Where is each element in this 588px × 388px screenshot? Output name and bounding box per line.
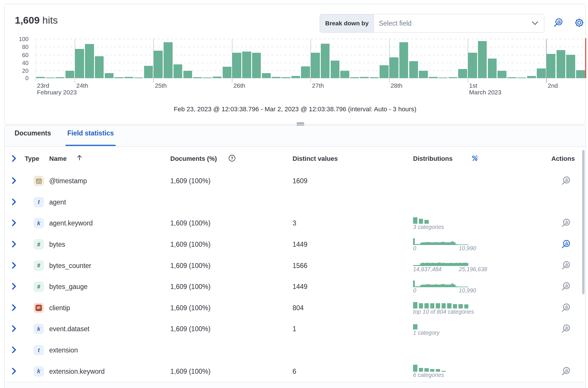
histogram-bar[interactable] [134, 77, 143, 78]
histogram-bar[interactable] [193, 77, 202, 78]
table-row-bytes_gauge[interactable]: # bytes_gauge 1,609 (100%) 1449 010,990 [5, 276, 585, 298]
expand-row-chevron-icon[interactable] [12, 219, 17, 227]
breakdown-control[interactable]: Break down by Select field [320, 14, 544, 33]
expand-row-chevron-icon[interactable] [12, 198, 17, 206]
field-statistics-icon[interactable] [553, 17, 564, 28]
histogram-bar[interactable] [507, 77, 516, 78]
expand-row-chevron-icon[interactable] [12, 262, 17, 269]
expand-row-chevron-icon[interactable] [12, 346, 17, 354]
expand-row-chevron-icon[interactable] [12, 325, 17, 333]
explore-field-statistics-icon[interactable] [561, 303, 571, 313]
expand-row-chevron-icon[interactable] [12, 304, 17, 312]
histogram-bar[interactable] [370, 77, 379, 78]
breakdown-select[interactable]: Select field [374, 14, 544, 32]
histogram-bar[interactable] [350, 77, 359, 78]
explore-field-statistics-icon[interactable] [561, 366, 571, 377]
histogram-bar[interactable] [272, 77, 281, 78]
histogram-bar[interactable] [566, 55, 575, 78]
sort-ascending-icon[interactable] [76, 154, 83, 161]
table-row-event.dataset[interactable]: k event.dataset 1,609 (100%) 1 1 categor… [5, 318, 585, 340]
histogram-bar[interactable] [203, 77, 212, 78]
histogram-bar[interactable] [449, 77, 458, 78]
histogram-bar[interactable] [173, 64, 183, 78]
histogram-bar[interactable] [517, 77, 526, 78]
column-header-distinct-values[interactable]: Distinct values [293, 155, 338, 163]
expand-row-chevron-icon[interactable] [12, 283, 17, 290]
gear-icon[interactable] [574, 17, 585, 28]
histogram-bar[interactable] [223, 67, 232, 78]
explore-field-statistics-icon[interactable] [561, 239, 571, 250]
expand-row-chevron-icon[interactable] [12, 241, 17, 248]
histogram-bar[interactable] [95, 56, 104, 78]
histogram-bar[interactable] [547, 54, 556, 78]
histogram-bar[interactable] [56, 77, 65, 78]
histogram-bar[interactable] [576, 70, 585, 78]
histogram-bar[interactable] [105, 73, 114, 78]
histogram-bar[interactable] [321, 44, 330, 78]
histogram-bar[interactable] [557, 50, 566, 78]
explore-field-statistics-icon[interactable] [561, 324, 571, 334]
histogram-bar[interactable] [46, 77, 55, 78]
histogram-bar[interactable] [124, 77, 133, 78]
table-row-clientip[interactable]: IP clientip 1,609 (100%) 804 top 10 of 8… [5, 297, 585, 319]
histogram-bar[interactable] [85, 44, 94, 78]
histogram-bar[interactable] [380, 65, 389, 78]
column-header-name[interactable]: Name [49, 155, 67, 163]
histogram-bar[interactable] [36, 77, 45, 78]
histogram-bar[interactable] [458, 69, 467, 78]
scrollbar-thumb[interactable] [582, 150, 585, 294]
histogram-bar[interactable] [213, 77, 222, 78]
histogram-bar[interactable] [360, 77, 369, 78]
tab-documents[interactable]: Documents [13, 129, 53, 146]
explore-field-statistics-icon[interactable] [561, 260, 571, 271]
column-header-documents[interactable]: Documents (%) [170, 155, 217, 163]
histogram-bar[interactable] [114, 77, 123, 78]
table-row-agent[interactable]: t agent [5, 192, 585, 213]
table-row-agent.keyword[interactable]: k agent.keyword 1,609 (100%) 3 3 categor… [5, 213, 585, 234]
histogram-bar[interactable] [409, 61, 418, 78]
histogram-bar[interactable] [65, 71, 75, 78]
tab-field-statistics[interactable]: Field statistics [65, 129, 116, 146]
histogram-bar[interactable] [429, 77, 438, 78]
histogram-bar[interactable] [301, 66, 310, 78]
histogram-bar[interactable] [527, 76, 536, 78]
table-row-extension[interactable]: t extension [5, 340, 585, 361]
histogram-bar[interactable] [183, 71, 192, 78]
histogram-bar[interactable] [537, 68, 546, 78]
histogram-bar[interactable] [399, 42, 408, 78]
hide-distributions-icon[interactable] [470, 154, 479, 163]
histogram-bar[interactable] [144, 66, 153, 78]
histogram-bar[interactable] [164, 42, 173, 78]
histogram-bar[interactable] [291, 76, 300, 78]
histogram-bar[interactable] [389, 57, 399, 78]
table-row-@timestamp[interactable]: @timestamp 1,609 (100%) 1609 [5, 170, 585, 192]
table-row-bytes_counter[interactable]: # bytes_counter 1,609 (100%) 1566 14,837… [5, 255, 585, 276]
histogram-bar[interactable] [75, 49, 84, 78]
histogram-bar[interactable] [497, 71, 506, 78]
expand-all-chevron-icon[interactable] [12, 155, 17, 163]
histogram-bar[interactable] [262, 73, 271, 78]
explore-field-statistics-icon[interactable] [561, 176, 571, 186]
explore-field-statistics-icon[interactable] [561, 218, 571, 228]
histogram-bar[interactable] [340, 71, 349, 78]
histogram-bar[interactable] [419, 71, 428, 78]
explore-field-statistics-icon[interactable] [561, 281, 571, 292]
histogram-bar[interactable] [331, 61, 340, 78]
histogram-bar[interactable] [281, 77, 291, 78]
histogram-bar[interactable] [311, 53, 320, 78]
hits-histogram[interactable]: 23rdFebruary 202324th25th26th27th28th1st… [36, 39, 586, 78]
histogram-bar[interactable] [468, 53, 477, 78]
histogram-bar[interactable] [242, 52, 251, 78]
table-row-extension.keyword[interactable]: k extension.keyword 1,609 (100%) 6 6 cat… [5, 361, 585, 382]
histogram-bar[interactable] [252, 53, 261, 78]
histogram-bar[interactable] [232, 53, 241, 78]
table-row-bytes[interactable]: # bytes 1,609 (100%) 1449 010,990 [5, 234, 585, 255]
histogram-bar[interactable] [478, 41, 487, 78]
help-icon[interactable]: ? [228, 154, 236, 162]
expand-row-chevron-icon[interactable] [12, 177, 17, 185]
column-header-type[interactable]: Type [25, 155, 39, 163]
histogram-bar[interactable] [488, 59, 497, 78]
expand-row-chevron-icon[interactable] [12, 368, 17, 375]
histogram-bar[interactable] [439, 77, 448, 78]
histogram-bar[interactable] [154, 51, 163, 78]
